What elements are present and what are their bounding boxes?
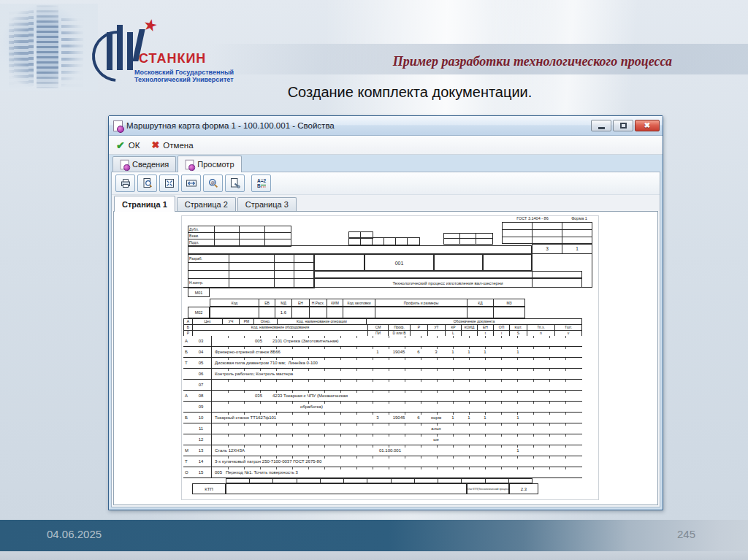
footer-substrip	[0, 551, 748, 560]
ktp-reference-cell: Очк КТП(Технологический процесс изготовл…	[467, 483, 509, 494]
route-row: А08 0354233 Токарная с ЧПУ (Механическая	[183, 391, 582, 402]
svg-text:B: B	[257, 183, 261, 188]
page-preview-button[interactable]	[137, 174, 157, 192]
stankin-logo: ★ СТАНКИН Московский Государственный Тех…	[94, 12, 240, 88]
parameters-icon: A=2B	[256, 177, 267, 189]
sheets-total: 3	[533, 245, 562, 253]
mass-value: 1.6	[275, 307, 292, 318]
material-header-row: Код ЕВ МД ЕН Н.Расх. КИМ Код заготовки П…	[210, 299, 525, 307]
route-row: 07	[183, 380, 582, 391]
page-tab-2[interactable]: Страница 2	[177, 197, 236, 211]
zoom-button[interactable]: @	[203, 174, 223, 192]
stamp-left-grid: Дубл. Взам. Подл.	[188, 226, 291, 247]
page-tab-3[interactable]: Страница 3	[237, 197, 297, 211]
route-row: 09 обработка)	[183, 402, 582, 413]
print-icon	[120, 177, 131, 189]
fit-page-icon	[164, 177, 175, 189]
route-row: М13 Сталь 12ХН3А 01.100.001 1	[183, 445, 582, 456]
stamp-row	[188, 245, 532, 254]
preview-toolbar: @ A=2B	[112, 172, 660, 195]
slide-subtitle: Создание комплекта документации.	[72, 84, 748, 101]
stamp-mid-grid	[348, 237, 420, 245]
tab-doc-icon	[186, 159, 194, 169]
ok-label: ОК	[129, 141, 140, 150]
route-row: А03 0052101 Отрезка (Заготовительная)	[183, 336, 582, 347]
footer-segment-row	[226, 478, 533, 483]
fit-width-button[interactable]	[181, 174, 201, 192]
gost-label: ГОСТ 3.1404 - 86	[500, 216, 565, 220]
cancel-x-icon: ✖	[151, 139, 159, 150]
stamp-right-grid	[502, 222, 592, 244]
slide-footer: 04.06.2025 245	[0, 520, 748, 552]
page-tabstrip: Страница 1 Страница 2 Страница 3	[112, 195, 660, 211]
cancel-label: Отмена	[163, 141, 193, 150]
forma-label: Форма 1	[565, 216, 594, 220]
svg-text:@: @	[210, 180, 215, 185]
logo-acronym: СТАНКИН	[139, 51, 206, 66]
logo-subtitle-1: Московский Государственный	[134, 69, 234, 76]
header-row-r: Р ПИ D или B L t i S n v	[183, 330, 582, 336]
stamp-signature-grid: Разраб. Н.контр.	[188, 254, 315, 288]
university-building-image	[0, 4, 98, 91]
dialog-tabstrip: Сведения Просмотр	[109, 155, 663, 172]
stamp-label: Дубл.	[188, 226, 215, 233]
stamp-label: Разраб.	[188, 255, 229, 263]
page-settings-button[interactable]	[225, 174, 245, 192]
sheet-number: 1	[562, 245, 592, 253]
tab-doc-icon	[121, 159, 129, 169]
ktp-label-cell: КТП	[192, 483, 226, 494]
page-settings-icon	[229, 177, 241, 189]
star-icon: ★	[142, 15, 160, 37]
presentation-slide: ★ СТАНКИН Московский Государственный Тех…	[0, 0, 748, 560]
logo-subtitle-2: Технологический Университет	[134, 76, 234, 83]
route-row: 11 альн	[183, 423, 582, 434]
route-row: Т05 Дисковая пила диаметром 710 мм; Лине…	[183, 358, 582, 369]
tab-svedeniya[interactable]: Сведения	[112, 156, 176, 172]
preview-tab-panel: @ A=2B Страница 1 Страница 2 Страница 3 …	[111, 172, 660, 507]
slide-header-title: Пример разработки технологического проце…	[393, 54, 672, 69]
document-preview-panel[interactable]: ГОСТ 3.1404 - 86 Форма 1 3 1 Дубл. Взам.	[113, 211, 658, 505]
ktp-empty-cell	[226, 483, 467, 494]
route-map-page: ГОСТ 3.1404 - 86 Форма 1 3 1 Дубл. Взам.	[181, 215, 599, 500]
dialog-title: Маршрутная карта форма 1 - 100.100.001 -…	[126, 121, 587, 130]
page-preview-icon	[142, 177, 153, 189]
route-map-icon	[113, 120, 123, 131]
page-tab-1[interactable]: Страница 1	[114, 196, 175, 212]
stamp-label: Взам.	[188, 233, 215, 239]
m01-label: М01	[188, 288, 210, 297]
stamp-mid-grid	[443, 233, 493, 245]
fit-page-button[interactable]	[159, 174, 179, 192]
route-row: Б04 Фрезерно-отрезной станок 8Б66 119045…	[183, 347, 582, 358]
doc-number-cell: 001	[365, 254, 434, 271]
tab-prosmotr[interactable]: Просмотр	[178, 156, 241, 172]
material-value-row: 1.6	[210, 307, 525, 318]
sheet-count-cells: 3 1	[532, 244, 592, 254]
close-button[interactable]: ✖	[635, 120, 660, 131]
fit-width-icon	[186, 177, 197, 189]
zoom-icon: @	[207, 177, 219, 189]
cancel-button[interactable]: ✖ Отмена	[151, 139, 193, 150]
tab-label: Просмотр	[197, 160, 234, 169]
route-row: Б10 Токарный станок ТТ1627ф101 319045 6н…	[183, 413, 582, 423]
dialog-command-bar: ✔ ОК ✖ Отмена	[109, 136, 663, 155]
header-row-b: Б Код, наименование оборудования СМ Проф…	[183, 324, 582, 330]
route-row: Т14 3-х кулачковый патрон 250-7100-0037 …	[183, 456, 582, 467]
route-row: 12 ые	[183, 434, 582, 445]
maximize-button[interactable]	[613, 120, 633, 131]
dialog-titlebar[interactable]: Маршрутная карта форма 1 - 100.100.001 -…	[109, 116, 663, 136]
ok-check-icon: ✔	[116, 139, 125, 151]
ok-button[interactable]: ✔ ОК	[116, 139, 140, 151]
footer-page-number: 245	[677, 528, 695, 540]
print-button[interactable]	[115, 174, 135, 192]
ktp-number-cell: 2.3	[509, 483, 538, 494]
route-row: О15 005 Переход №1. Точить поверхность 3	[183, 467, 582, 478]
minimize-button[interactable]	[591, 120, 611, 131]
close-icon: ✖	[644, 122, 650, 129]
m02-label: М02	[188, 307, 210, 318]
footer-date: 04.06.2025	[47, 528, 102, 540]
header-row-a: А Цех УЧ РМ Опер. Код, наименование опер…	[183, 318, 582, 324]
route-row: 06 Контроль рабочего; Контроль мастера	[183, 369, 582, 380]
properties-dialog: Маршрутная карта форма 1 - 100.100.001 -…	[108, 115, 663, 510]
parameters-button[interactable]: A=2B	[251, 174, 271, 192]
tab-label: Сведения	[132, 160, 169, 169]
